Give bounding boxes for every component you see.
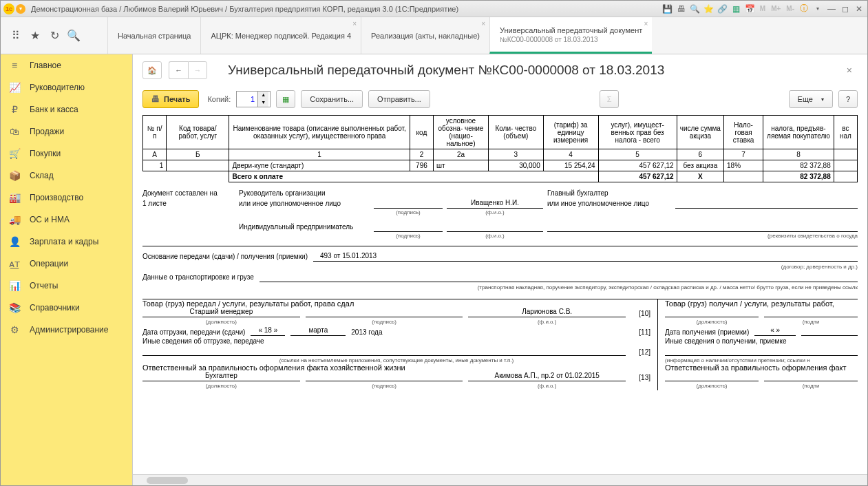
close-document-button[interactable]: × [841,62,858,78]
copies-label: Копий: [207,95,231,103]
info-dropdown[interactable]: ▾ [812,3,823,14]
titlebar: 1c ▾ Демонстрационная база / Любимов Вал… [1,1,867,17]
m-minus-button[interactable]: M- [785,3,796,14]
copies-spinner[interactable]: ▲▼ [236,91,271,107]
home-button[interactable]: 🏠 [142,61,162,79]
sidebar-item-operations[interactable]: ᴀ͟ᴛОперации [1,253,132,275]
print-button[interactable]: 🖶Печать [142,90,199,108]
content: 🏠 ← → Универсальный передаточный докумен… [133,54,867,485]
minimize-button[interactable]: — [826,3,837,14]
sidebar-item-reports[interactable]: 📊Отчеты [1,275,132,297]
transfer-basis: Основание передачи (сдачи) / получения (… [142,246,858,292]
app-logo-icon: 1c [3,3,14,14]
truck-icon: 🚚 [9,214,20,225]
sidebar-item-hr[interactable]: 👤Зарплата и кадры [1,231,132,253]
sidebar: ≡Главное 📈Руководителю ₽Банк и касса 🛍Пр… [1,54,133,485]
save-button[interactable]: Сохранить... [301,90,363,108]
sidebar-item-bank[interactable]: ₽Банк и касса [1,98,132,120]
back-button[interactable]: ← [169,61,188,79]
printer-icon: 🖶 [151,94,160,104]
tab-start-page[interactable]: Начальная страница [107,17,200,54]
table-row: 1 Двери-купе (стандарт) 796 шт 30,000 15… [143,160,858,171]
more-button[interactable]: Еще▾ [789,90,833,108]
spin-down-icon[interactable]: ▼ [258,99,268,107]
star-icon[interactable]: ★ [28,29,42,43]
tab-upd-document[interactable]: Универсальный передаточный документ №КС0… [489,17,652,54]
app-menu-dropdown[interactable]: ▾ [16,4,25,14]
horizontal-scrollbar[interactable] [133,474,867,485]
signature-block: Документ составлен на 1 листе Руководите… [142,188,858,240]
calendar-icon[interactable]: 📅 [745,3,756,14]
find-icon[interactable]: 🔍 [690,3,701,14]
menu-icon: ≡ [9,60,20,71]
main: ≡Главное 📈Руководителю ₽Банк и касса 🛍Пр… [1,54,867,485]
ruble-icon: ₽ [9,104,20,115]
copies-input[interactable] [237,92,257,107]
document-title: Универсальный передаточный документ №КС0… [228,63,664,78]
tab-signature-manager[interactable]: АЦРК: Менеджер подписей. Редакция 4× [200,17,361,54]
tab-close-icon[interactable]: × [481,20,485,28]
sidebar-item-purchases[interactable]: 🛒Покупки [1,142,132,165]
sidebar-item-warehouse[interactable]: 📦Склад [1,165,132,187]
tabs: Начальная страница АЦРК: Менеджер подпис… [107,17,867,54]
maximize-button[interactable]: ◻ [840,3,851,14]
books-icon: 📚 [9,302,20,313]
tab-realization[interactable]: Реализация (акты, накладные)× [361,17,489,54]
sidebar-item-main[interactable]: ≡Главное [1,54,132,76]
send-button[interactable]: Отправить... [368,90,430,108]
operations-icon: ᴀ͟ᴛ [9,258,20,269]
report-icon: 📊 [9,280,20,291]
apps-icon[interactable]: ⠿ [9,29,23,43]
factory-icon: 🏭 [9,192,20,203]
sidebar-item-sales[interactable]: 🛍Продажи [1,120,132,142]
sidebar-item-admin[interactable]: ⚙Администрирование [1,319,132,341]
chart-icon: 📈 [9,82,20,93]
print-icon[interactable]: 🖶 [676,3,687,14]
close-button[interactable]: ✕ [854,3,865,14]
save-icon[interactable]: 💾 [662,3,673,14]
box-icon: 📦 [9,170,20,181]
person-icon: 👤 [9,236,20,247]
forward-button[interactable]: → [188,61,207,79]
info-icon[interactable]: ⓘ [798,3,809,14]
spin-up-icon[interactable]: ▲ [258,92,268,99]
tab-close-icon[interactable]: × [352,20,357,28]
gear-icon: ⚙ [9,324,20,335]
window-title: Демонстрационная база / Любимов Валерий … [31,5,662,13]
document-body: № п/п Код товара/ работ, услуг Наименова… [133,112,867,474]
tab-close-icon[interactable]: × [644,20,648,28]
top-toolbar: ⠿ ★ ↻ 🔍 Начальная страница АЦРК: Менедже… [1,17,867,54]
link-icon[interactable]: 🔗 [717,3,728,14]
bag-icon: 🛍 [9,126,20,137]
system-icons: 💾 🖶 🔍 ⭐ 🔗 ▦ 📅 M M+ M- ⓘ ▾ — ◻ ✕ [662,3,865,14]
sender-block: Товар (груз) передал / услуги, результат… [142,299,658,390]
sum-button[interactable]: Σ [600,90,619,108]
action-bar: 🖶Печать Копий: ▲▼ ▦ Сохранить... Отправи… [133,86,867,112]
sidebar-item-manager[interactable]: 📈Руководителю [1,76,132,98]
m-button[interactable]: M [759,3,767,14]
cart-icon: 🛒 [9,148,20,159]
sidebar-item-production[interactable]: 🏭Производство [1,187,132,209]
items-table: № п/п Код товара/ работ, услуг Наименова… [142,115,858,182]
bottom-split: Товар (груз) передал / услуги, результат… [142,299,858,390]
help-button[interactable]: ? [838,90,858,108]
quick-buttons: ⠿ ★ ↻ 🔍 [1,29,107,43]
history-icon[interactable]: ↻ [47,29,61,43]
favorite-icon[interactable]: ⭐ [703,3,714,14]
m-plus-button[interactable]: M+ [770,3,782,14]
settings-button[interactable]: ▦ [276,90,295,108]
receiver-block: Товар (груз) получил / услуги, результат… [658,299,858,390]
calc-icon[interactable]: ▦ [731,3,742,14]
search-icon[interactable]: 🔍 [67,29,81,43]
total-row: Всего к оплате 457 627,12 Х 82 372,88 [143,171,858,182]
table-icon: ▦ [282,95,289,104]
document-header: 🏠 ← → Универсальный передаточный докумен… [133,54,867,86]
sidebar-item-references[interactable]: 📚Справочники [1,297,132,319]
sidebar-item-assets[interactable]: 🚚ОС и НМА [1,209,132,231]
